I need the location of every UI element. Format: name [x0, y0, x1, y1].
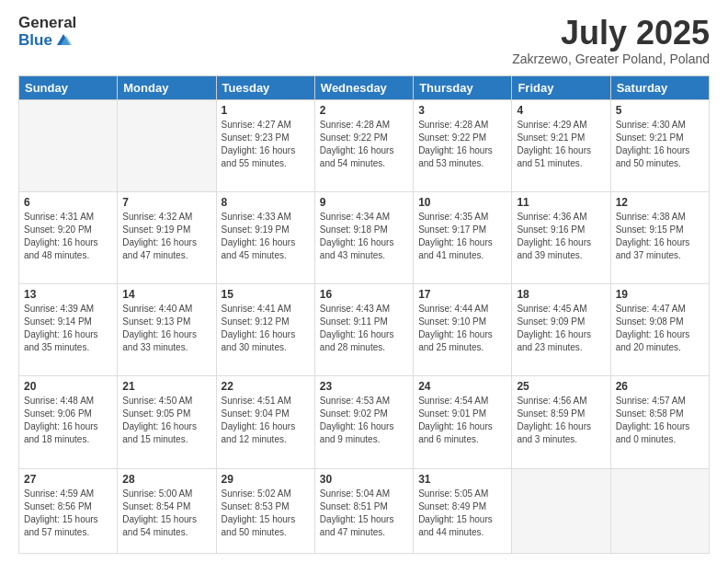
day-info: Sunrise: 4:39 AM Sunset: 9:14 PM Dayligh…: [24, 303, 112, 354]
day-number: 5: [616, 104, 704, 117]
col-thursday: Thursday: [414, 75, 512, 99]
subtitle: Zakrzewo, Greater Poland, Poland: [512, 52, 710, 66]
day-info: Sunrise: 5:04 AM Sunset: 8:51 PM Dayligh…: [320, 488, 408, 539]
day-number: 23: [320, 380, 408, 393]
logo: General Blue: [18, 15, 76, 49]
day-info: Sunrise: 4:44 AM Sunset: 9:10 PM Dayligh…: [418, 303, 506, 354]
table-row: 31Sunrise: 5:05 AM Sunset: 8:49 PM Dayli…: [414, 468, 512, 553]
day-number: 4: [517, 104, 605, 117]
day-number: 22: [222, 380, 310, 393]
table-row: 1Sunrise: 4:27 AM Sunset: 9:23 PM Daylig…: [216, 99, 314, 191]
table-row: 27Sunrise: 4:59 AM Sunset: 8:56 PM Dayli…: [19, 468, 118, 553]
day-info: Sunrise: 4:41 AM Sunset: 9:12 PM Dayligh…: [222, 303, 310, 354]
table-row: 26Sunrise: 4:57 AM Sunset: 8:58 PM Dayli…: [610, 376, 709, 468]
day-info: Sunrise: 4:29 AM Sunset: 9:21 PM Dayligh…: [517, 119, 605, 170]
logo-text: General Blue: [18, 15, 76, 49]
table-row: 20Sunrise: 4:48 AM Sunset: 9:06 PM Dayli…: [19, 376, 118, 468]
col-monday: Monday: [118, 75, 216, 99]
table-row: 16Sunrise: 4:43 AM Sunset: 9:11 PM Dayli…: [314, 284, 413, 376]
day-info: Sunrise: 4:59 AM Sunset: 8:56 PM Dayligh…: [24, 488, 112, 539]
day-number: 9: [320, 196, 408, 209]
day-info: Sunrise: 4:38 AM Sunset: 9:15 PM Dayligh…: [616, 211, 704, 262]
table-row: 19Sunrise: 4:47 AM Sunset: 9:08 PM Dayli…: [610, 284, 709, 376]
day-number: 15: [222, 288, 310, 301]
col-friday: Friday: [512, 75, 610, 99]
logo-blue: Blue: [18, 32, 52, 50]
day-number: 10: [418, 196, 506, 209]
day-number: 18: [517, 288, 605, 301]
day-info: Sunrise: 4:28 AM Sunset: 9:22 PM Dayligh…: [320, 119, 408, 170]
table-row: 10Sunrise: 4:35 AM Sunset: 9:17 PM Dayli…: [414, 191, 512, 283]
page: General Blue July 2025 Zakrzewo, Greater…: [0, 0, 728, 563]
table-row: 2Sunrise: 4:28 AM Sunset: 9:22 PM Daylig…: [314, 99, 413, 191]
day-number: 20: [24, 380, 112, 393]
table-row: [118, 99, 216, 191]
table-row: 7Sunrise: 4:32 AM Sunset: 9:19 PM Daylig…: [118, 191, 216, 283]
day-info: Sunrise: 4:35 AM Sunset: 9:17 PM Dayligh…: [418, 211, 506, 262]
table-row: [19, 99, 118, 191]
table-row: 6Sunrise: 4:31 AM Sunset: 9:20 PM Daylig…: [19, 191, 118, 283]
day-number: 19: [616, 288, 704, 301]
col-sunday: Sunday: [19, 75, 118, 99]
day-number: 26: [616, 380, 704, 393]
day-info: Sunrise: 4:40 AM Sunset: 9:13 PM Dayligh…: [122, 303, 210, 354]
col-wednesday: Wednesday: [314, 75, 413, 99]
col-tuesday: Tuesday: [216, 75, 314, 99]
day-number: 6: [24, 196, 112, 209]
day-number: 16: [320, 288, 408, 301]
day-number: 11: [517, 196, 605, 209]
day-info: Sunrise: 4:48 AM Sunset: 9:06 PM Dayligh…: [24, 395, 112, 446]
day-info: Sunrise: 4:47 AM Sunset: 9:08 PM Dayligh…: [616, 303, 704, 354]
table-row: 29Sunrise: 5:02 AM Sunset: 8:53 PM Dayli…: [216, 468, 314, 553]
day-info: Sunrise: 5:05 AM Sunset: 8:49 PM Dayligh…: [418, 488, 506, 539]
day-info: Sunrise: 4:34 AM Sunset: 9:18 PM Dayligh…: [320, 211, 408, 262]
day-info: Sunrise: 5:02 AM Sunset: 8:53 PM Dayligh…: [222, 488, 310, 539]
day-number: 14: [122, 288, 210, 301]
table-row: 11Sunrise: 4:36 AM Sunset: 9:16 PM Dayli…: [512, 191, 610, 283]
logo-icon: [55, 32, 72, 49]
day-info: Sunrise: 4:36 AM Sunset: 9:16 PM Dayligh…: [517, 211, 605, 262]
calendar-header-row: Sunday Monday Tuesday Wednesday Thursday…: [19, 75, 710, 99]
table-row: 15Sunrise: 4:41 AM Sunset: 9:12 PM Dayli…: [216, 284, 314, 376]
day-number: 7: [122, 196, 210, 209]
table-row: 21Sunrise: 4:50 AM Sunset: 9:05 PM Dayli…: [118, 376, 216, 468]
col-saturday: Saturday: [610, 75, 709, 99]
day-number: 24: [418, 380, 506, 393]
table-row: 17Sunrise: 4:44 AM Sunset: 9:10 PM Dayli…: [414, 284, 512, 376]
table-row: [512, 468, 610, 553]
day-info: Sunrise: 4:28 AM Sunset: 9:22 PM Dayligh…: [418, 119, 506, 170]
header: General Blue July 2025 Zakrzewo, Greater…: [18, 15, 710, 66]
logo-general: General: [18, 15, 76, 32]
table-row: 24Sunrise: 4:54 AM Sunset: 9:01 PM Dayli…: [414, 376, 512, 468]
day-info: Sunrise: 4:27 AM Sunset: 9:23 PM Dayligh…: [222, 119, 310, 170]
table-row: [610, 468, 709, 553]
day-number: 31: [418, 473, 506, 486]
table-row: 14Sunrise: 4:40 AM Sunset: 9:13 PM Dayli…: [118, 284, 216, 376]
calendar-table: Sunday Monday Tuesday Wednesday Thursday…: [18, 75, 710, 554]
table-row: 25Sunrise: 4:56 AM Sunset: 8:59 PM Dayli…: [512, 376, 610, 468]
day-number: 27: [24, 473, 112, 486]
day-number: 13: [24, 288, 112, 301]
day-number: 8: [222, 196, 310, 209]
table-row: 5Sunrise: 4:30 AM Sunset: 9:21 PM Daylig…: [610, 99, 709, 191]
day-info: Sunrise: 4:57 AM Sunset: 8:58 PM Dayligh…: [616, 395, 704, 446]
day-info: Sunrise: 4:45 AM Sunset: 9:09 PM Dayligh…: [517, 303, 605, 354]
day-info: Sunrise: 4:54 AM Sunset: 9:01 PM Dayligh…: [418, 395, 506, 446]
table-row: 3Sunrise: 4:28 AM Sunset: 9:22 PM Daylig…: [414, 99, 512, 191]
table-row: 23Sunrise: 4:53 AM Sunset: 9:02 PM Dayli…: [314, 376, 413, 468]
day-number: 25: [517, 380, 605, 393]
day-number: 29: [222, 473, 310, 486]
month-title: July 2025: [512, 15, 710, 52]
table-row: 28Sunrise: 5:00 AM Sunset: 8:54 PM Dayli…: [118, 468, 216, 553]
table-row: 8Sunrise: 4:33 AM Sunset: 9:19 PM Daylig…: [216, 191, 314, 283]
day-info: Sunrise: 5:00 AM Sunset: 8:54 PM Dayligh…: [122, 488, 210, 539]
day-info: Sunrise: 4:33 AM Sunset: 9:19 PM Dayligh…: [222, 211, 310, 262]
day-number: 30: [320, 473, 408, 486]
day-number: 1: [222, 104, 310, 117]
day-info: Sunrise: 4:43 AM Sunset: 9:11 PM Dayligh…: [320, 303, 408, 354]
day-number: 21: [122, 380, 210, 393]
day-number: 2: [320, 104, 408, 117]
table-row: 30Sunrise: 5:04 AM Sunset: 8:51 PM Dayli…: [314, 468, 413, 553]
day-number: 12: [616, 196, 704, 209]
table-row: 22Sunrise: 4:51 AM Sunset: 9:04 PM Dayli…: [216, 376, 314, 468]
